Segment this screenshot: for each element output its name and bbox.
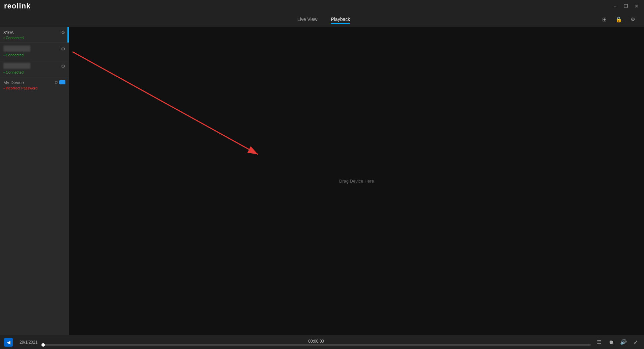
record-icon: ⏺	[609, 339, 614, 345]
app-logo: reolink	[4, 2, 31, 10]
add-icon: ⊞	[602, 16, 607, 23]
menu-icon: ☰	[597, 339, 602, 345]
sidebar-toggle-icon: ◀	[7, 340, 10, 345]
main-layout: Live View Playback ⊞ 🔒 ⚙ 810A ⚙	[0, 12, 644, 349]
device-item-3[interactable]: ⚙ • Connected	[0, 60, 69, 77]
content-area: 810A ⚙ • Connected ⚙ • Connected ⚙	[0, 27, 644, 335]
device-thumb-2	[3, 46, 30, 52]
topnav-actions: ⊞ 🔒 ⚙	[600, 15, 637, 24]
playback-controls: ☰ ⏺ 🔊 ⤢	[595, 338, 640, 347]
mydevice-status: • Incorrect Password	[3, 86, 65, 90]
restore-button[interactable]: ❐	[622, 3, 629, 9]
lock-button[interactable]: 🔒	[614, 15, 623, 24]
window-controls: − ❐ ✕	[612, 3, 640, 9]
minimize-button[interactable]: −	[612, 3, 618, 9]
nav-tabs: Live View Playback	[297, 15, 350, 24]
device-status-810a: • Connected	[3, 36, 65, 40]
record-button[interactable]: ⏺	[607, 338, 616, 347]
mydevice-info[interactable]	[59, 80, 65, 85]
add-device-button[interactable]: ⊞	[600, 15, 609, 24]
device-status-3: • Connected	[3, 70, 65, 74]
tab-live-view[interactable]: Live View	[297, 15, 318, 24]
volume-button[interactable]: 🔊	[619, 338, 628, 347]
device-item-810a[interactable]: 810A ⚙ • Connected	[0, 27, 69, 43]
mydevice-name: My Device	[3, 80, 24, 85]
logo-reo: reo	[4, 2, 17, 10]
playback-date: 29/1/2021	[20, 340, 37, 345]
timeline-area[interactable]: 00:00:00	[41, 339, 591, 346]
mydevice-badge-icon	[59, 80, 65, 84]
settings-icon: ⚙	[631, 16, 635, 23]
device-settings-810a[interactable]: ⚙	[61, 30, 65, 35]
tab-playback[interactable]: Playback	[331, 15, 350, 24]
device-name-810a: 810A	[3, 30, 13, 35]
device-active-bar	[67, 27, 69, 43]
fullscreen-button[interactable]: ⤢	[631, 338, 640, 347]
drag-hint-text: Drag Device Here	[339, 179, 374, 184]
mydevice-external-link[interactable]: ⧉	[55, 80, 58, 85]
device-item-mydevice[interactable]: My Device ⧉ • Incorrect Password	[0, 77, 69, 93]
close-button[interactable]: ✕	[633, 3, 640, 9]
logo-link: link	[17, 2, 31, 10]
timeline-cursor[interactable]	[41, 343, 45, 347]
svg-line-1	[72, 52, 258, 154]
settings-button[interactable]: ⚙	[628, 15, 637, 24]
device-item-2[interactable]: ⚙ • Connected	[0, 43, 69, 60]
bottom-bar: ◀ 29/1/2021 00:00:00 ☰ ⏺ 🔊 ⤢	[0, 335, 644, 349]
timeline-bar[interactable]	[41, 344, 591, 346]
main-view: Drag Device Here	[69, 27, 644, 335]
titlebar: reolink − ❐ ✕	[0, 0, 644, 12]
sidebar-toggle-button[interactable]: ◀	[4, 338, 13, 347]
device-settings-2[interactable]: ⚙	[61, 46, 65, 52]
timeline-time: 00:00:00	[308, 339, 324, 344]
device-status-2: • Connected	[3, 53, 65, 57]
top-navigation: Live View Playback ⊞ 🔒 ⚙	[0, 12, 644, 27]
device-thumb-3	[3, 63, 30, 69]
fullscreen-icon: ⤢	[634, 339, 638, 345]
sidebar: 810A ⚙ • Connected ⚙ • Connected ⚙	[0, 27, 69, 335]
device-settings-3[interactable]: ⚙	[61, 63, 65, 69]
volume-icon: 🔊	[620, 339, 627, 345]
menu-button[interactable]: ☰	[595, 338, 604, 347]
mydevice-icons: ⧉	[55, 80, 65, 85]
lock-icon: 🔒	[615, 16, 622, 23]
